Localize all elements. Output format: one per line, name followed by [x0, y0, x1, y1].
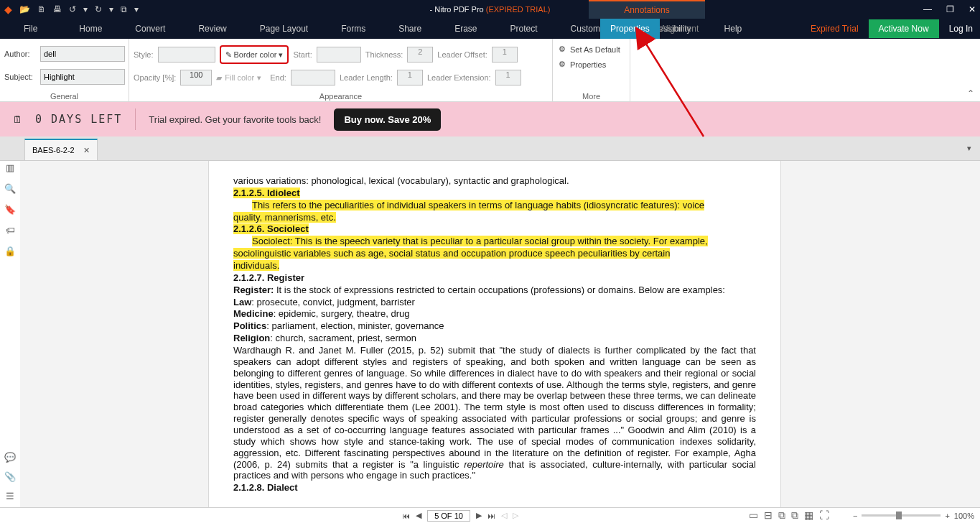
- login-button[interactable]: Log In: [949, 24, 973, 34]
- bookmark-icon[interactable]: 🔖: [4, 204, 16, 215]
- new-doc-icon[interactable]: 🗎: [37, 4, 46, 14]
- menu-convert[interactable]: Convert: [129, 19, 172, 39]
- qat-more-icon[interactable]: ▾: [83, 4, 88, 14]
- list-icon[interactable]: ☰: [6, 491, 14, 501]
- view-full-icon[interactable]: ⛶: [819, 509, 829, 522]
- search-icon[interactable]: 🔍: [4, 183, 16, 194]
- buy-now-button[interactable]: Buy now. Save 20%: [334, 108, 441, 131]
- fill-color-label: Fill color: [225, 73, 254, 82]
- body-text: : prosecute, convict, judgment, barriste…: [251, 297, 415, 307]
- properties-button[interactable]: ⚙ Properties: [553, 54, 630, 69]
- minimize-icon[interactable]: —: [923, 4, 932, 14]
- activate-now-button[interactable]: Activate Now: [869, 19, 939, 38]
- end-select[interactable]: [291, 70, 335, 85]
- titlebar: ◆ 📂 🗎 🖶 ↺ ▾ ↻ ▾ ⧉ ▾ - Nitro PDF Pro (EXP…: [0, 0, 980, 19]
- view-continuous-icon[interactable]: ⊟: [764, 509, 773, 522]
- right-controls: Expired Trial Activate Now Log In: [811, 19, 973, 38]
- border-color-button[interactable]: ✎ Border color ▾: [220, 45, 289, 64]
- siderail-bottom: 💬 📎 ☰: [0, 452, 20, 501]
- author-label: Author:: [4, 50, 36, 58]
- tab-close-icon[interactable]: ✕: [83, 146, 90, 155]
- undo-icon[interactable]: ↺: [69, 4, 76, 14]
- forward-icon[interactable]: ▷: [513, 511, 518, 520]
- pencil-icon: ✎: [225, 50, 232, 60]
- leader-ext-input[interactable]: 1: [495, 70, 521, 85]
- body-text: : epidemic, surgery, theatre, drug: [274, 308, 410, 319]
- back-icon[interactable]: ◁: [501, 511, 507, 520]
- view-thumb-icon[interactable]: ▦: [804, 509, 813, 522]
- subject-input[interactable]: [40, 69, 125, 85]
- set-default-label: Set As Default: [570, 45, 620, 54]
- page-input[interactable]: [427, 510, 470, 522]
- tool-icon[interactable]: ⧉: [121, 4, 127, 14]
- subject-label: Subject:: [4, 73, 36, 81]
- start-select[interactable]: [317, 47, 361, 63]
- pages-panel-icon[interactable]: ▥: [6, 162, 14, 173]
- print-icon[interactable]: 🖶: [53, 4, 62, 14]
- trial-msg: Trial expired. Get your favorite tools b…: [149, 114, 321, 125]
- leader-offset-input[interactable]: 1: [492, 47, 518, 63]
- fill-color-button[interactable]: ▰ Fill color ▾: [216, 73, 261, 83]
- style-select[interactable]: [158, 47, 215, 63]
- lock-icon[interactable]: 🔒: [4, 246, 16, 256]
- redo-icon[interactable]: ↻: [95, 4, 102, 14]
- border-color-label: Border color: [234, 50, 277, 59]
- open-icon[interactable]: 📂: [19, 4, 30, 14]
- menu-forms[interactable]: Forms: [335, 19, 372, 39]
- menu-review[interactable]: Review: [192, 19, 233, 39]
- window-title: - Nitro PDF Pro (EXPIRED TRIAL): [0, 5, 980, 14]
- prev-page-icon[interactable]: ◀: [416, 511, 421, 520]
- bold-text: Religion: [233, 333, 270, 343]
- zoom-control: − + 100%: [853, 512, 974, 520]
- app-logo-icon: ◆: [0, 4, 17, 15]
- end-label: End:: [270, 73, 286, 82]
- opacity-input[interactable]: 100: [180, 70, 212, 85]
- menu-page-layout[interactable]: Page Layout: [253, 19, 314, 39]
- body-text: It is the stock of expressions restricte…: [274, 284, 725, 295]
- document-tab[interactable]: BAES-6-2-2 ✕: [24, 139, 98, 160]
- comment-icon[interactable]: 💬: [4, 452, 16, 463]
- group-appearance-label: Appearance: [129, 92, 552, 101]
- tag-icon[interactable]: 🏷: [6, 225, 15, 236]
- opacity-label: Opacity [%]:: [134, 73, 176, 82]
- menu-protect[interactable]: Protect: [504, 19, 544, 39]
- maximize-icon[interactable]: ❐: [946, 4, 954, 14]
- heading-highlight: 2.1.2.6. Sociolect: [233, 223, 309, 234]
- next-page-icon[interactable]: ▶: [476, 511, 482, 520]
- quick-access-toolbar: 📂 🗎 🖶 ↺ ▾ ↻ ▾ ⧉ ▾: [17, 4, 139, 14]
- last-page-icon[interactable]: ⏭: [487, 512, 495, 520]
- close-icon[interactable]: ✕: [969, 4, 976, 14]
- menu-home[interactable]: Home: [73, 19, 108, 39]
- menu-share[interactable]: Share: [392, 19, 428, 39]
- menu-erase[interactable]: Erase: [448, 19, 483, 39]
- zoom-in-icon[interactable]: +: [945, 512, 949, 520]
- collapse-ribbon-icon[interactable]: ⌃: [967, 88, 974, 98]
- document-area: various variations: phonological, lexica…: [20, 161, 980, 507]
- gear-icon: ⚙: [559, 45, 566, 54]
- tab-annotations[interactable]: Annotations: [589, 0, 705, 19]
- qat-more3-icon[interactable]: ▾: [134, 4, 139, 14]
- author-input[interactable]: [40, 46, 125, 62]
- view-facing2-icon[interactable]: ⧉: [791, 509, 798, 522]
- first-page-icon[interactable]: ⏮: [402, 512, 410, 520]
- ribbon: Author: Subject: General Style: ✎ Border…: [0, 39, 980, 102]
- view-facing-icon[interactable]: ⧉: [778, 509, 785, 522]
- menu-help[interactable]: Help: [718, 19, 749, 39]
- thickness-input[interactable]: 2: [407, 47, 433, 63]
- menu-file[interactable]: File: [17, 19, 44, 39]
- bold-text: Register:: [233, 284, 274, 295]
- bold-text: Law: [233, 297, 251, 307]
- set-default-button[interactable]: ⚙ Set As Default: [553, 39, 630, 54]
- attachment-icon[interactable]: 📎: [4, 471, 16, 482]
- zoom-out-icon[interactable]: −: [853, 512, 857, 520]
- document-page[interactable]: various variations: phonological, lexica…: [208, 161, 781, 507]
- body-highlight: Sociolect: This is the speech variety th…: [252, 236, 708, 246]
- tab-alignment[interactable]: Alignment: [650, 19, 709, 39]
- view-single-icon[interactable]: ▭: [749, 509, 758, 522]
- tab-overflow-icon[interactable]: ▾: [967, 144, 971, 153]
- leader-length-input[interactable]: 1: [397, 70, 423, 85]
- properties-label: Properties: [570, 60, 606, 69]
- zoom-slider[interactable]: [862, 514, 941, 517]
- qat-more2-icon[interactable]: ▾: [109, 4, 113, 14]
- body-text: : church, sacrament, priest, sermon: [270, 333, 416, 343]
